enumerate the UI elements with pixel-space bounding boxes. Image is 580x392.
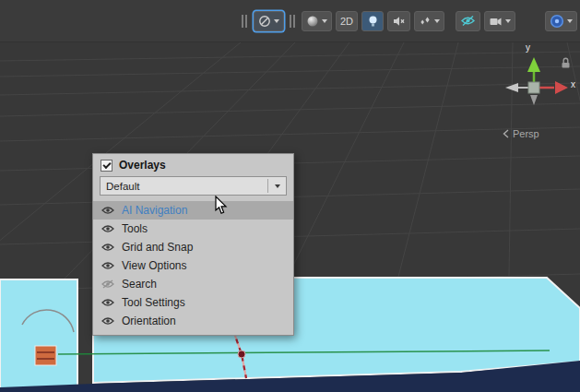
gizmo-y-label: y <box>526 42 530 53</box>
lock-icon[interactable] <box>561 57 571 69</box>
gizmo-neg-y-cone <box>530 95 538 105</box>
scene-effects-button[interactable] <box>414 11 444 31</box>
menu-item-tool-settings[interactable]: Tool Settings <box>93 293 293 312</box>
menu-item-view-options[interactable]: View Options <box>93 256 293 275</box>
dropdown-separator <box>267 179 268 193</box>
menu-item-tools[interactable]: Tools <box>93 220 293 238</box>
menu-item-label: Grid and Snap <box>122 241 193 254</box>
eye-slash-icon <box>101 279 114 289</box>
agent-box[interactable] <box>35 346 56 365</box>
menu-item-grid-and-snap[interactable]: Grid and Snap <box>93 238 293 256</box>
gizmo-center-cube <box>528 82 539 93</box>
camera-icon <box>489 15 503 28</box>
orientation-gizmo[interactable] <box>494 46 579 107</box>
overlays-icon <box>258 15 271 28</box>
gizmo-y-cone <box>527 57 540 72</box>
chevron-down-icon <box>275 184 280 188</box>
shaded-sphere-icon <box>306 15 319 28</box>
floor-left[interactable] <box>0 279 77 392</box>
eye-icon <box>101 243 114 252</box>
projection-label: Persp <box>513 128 539 139</box>
blue-circle-target-icon <box>550 14 564 29</box>
eye-icon <box>101 298 114 307</box>
toolbar-drag-handle[interactable] <box>242 15 248 28</box>
gizmo-x-cone <box>555 81 568 94</box>
scene-lighting-button[interactable] <box>361 11 384 31</box>
component-tools-button[interactable] <box>545 11 577 31</box>
scene-toolbar: 2D <box>0 0 580 42</box>
scene-audio-button[interactable] <box>387 11 410 31</box>
effects-stars-icon <box>419 15 432 28</box>
eye-icon <box>101 261 114 270</box>
overlays-menu-header: Overlays <box>93 154 293 175</box>
scene-visibility-button[interactable] <box>456 11 480 31</box>
gizmo-neg-x-cone <box>505 83 518 92</box>
projection-toggle[interactable]: Persp <box>503 128 539 139</box>
nav-path-node <box>238 350 245 358</box>
menu-item-label: Tool Settings <box>122 296 185 309</box>
menu-item-orientation[interactable]: Orientation <box>93 312 293 330</box>
menu-item-label: AI Navigation <box>122 204 187 217</box>
eye-icon <box>101 316 114 326</box>
overlays-preset-dropdown[interactable]: Default <box>100 176 287 196</box>
overlays-menu-title: Overlays <box>119 159 166 172</box>
chevron-down-icon <box>505 19 511 23</box>
overlays-toolbar-button[interactable] <box>254 11 284 31</box>
chevron-down-icon <box>322 19 327 23</box>
overlays-menu-items: AI Navigation Tools Grid and Snap View O… <box>93 201 293 335</box>
menu-item-label: Orientation <box>122 315 176 327</box>
overlays-menu: Overlays Default AI Navigation Tools <box>92 153 294 336</box>
overlays-enabled-checkbox[interactable] <box>101 160 112 172</box>
eye-icon <box>101 206 114 215</box>
toolbar-drag-handle[interactable] <box>290 15 296 28</box>
menu-item-label: Tools <box>122 222 148 235</box>
eye-icon <box>101 224 114 233</box>
speaker-muted-icon <box>392 15 406 28</box>
mouse-cursor <box>215 196 228 215</box>
2d-mode-button[interactable]: 2D <box>336 11 358 31</box>
menu-item-ai-navigation[interactable]: AI Navigation <box>93 201 293 220</box>
shading-mode-button[interactable] <box>302 11 332 31</box>
overlays-preset-value: Default <box>106 181 139 192</box>
chevron-down-icon <box>434 19 440 23</box>
scene-camera-button[interactable] <box>484 11 515 31</box>
2d-mode-label: 2D <box>340 16 353 27</box>
chevron-down-icon <box>567 19 573 23</box>
lightbulb-icon <box>367 15 379 28</box>
gizmo-x-label: x <box>571 79 575 89</box>
eye-slash-teal-icon <box>460 15 476 27</box>
menu-item-label: Search <box>122 278 157 291</box>
chevron-left-icon <box>503 129 509 138</box>
chevron-down-icon <box>274 19 279 23</box>
menu-item-label: View Options <box>122 259 186 272</box>
menu-item-search[interactable]: Search <box>93 275 293 293</box>
